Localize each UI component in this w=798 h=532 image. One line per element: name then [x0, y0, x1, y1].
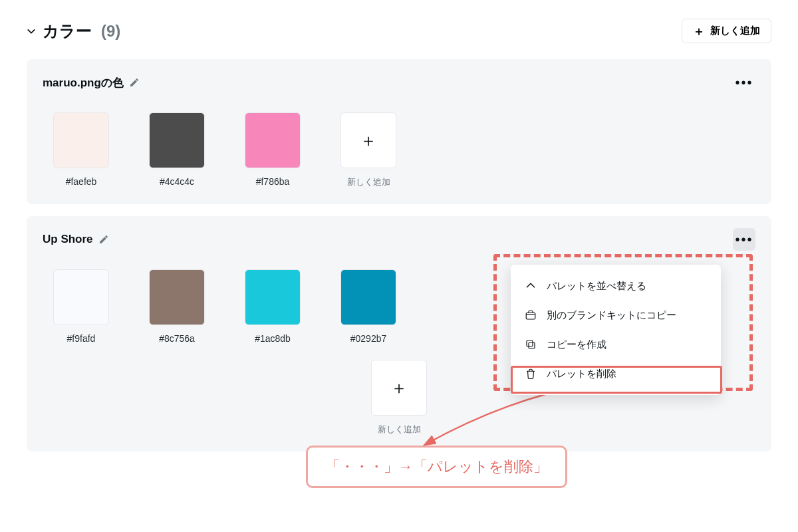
swatch-item: #f786ba	[245, 112, 301, 188]
menu-item-duplicate[interactable]: コピーを作成	[511, 330, 721, 359]
palette-more-button[interactable]: •••	[733, 228, 755, 251]
menu-item-delete[interactable]: パレットを削除	[511, 359, 721, 388]
swatch-item: #0292b7	[340, 269, 396, 344]
pencil-icon[interactable]	[98, 234, 109, 245]
menu-item-label: コピーを作成	[547, 338, 606, 351]
swatch-label: #8c756a	[159, 333, 195, 344]
swatch-label: #f786ba	[256, 176, 290, 187]
swatch-item: #1ac8db	[245, 269, 301, 344]
palette-more-button[interactable]: •••	[733, 71, 755, 94]
color-swatch[interactable]	[53, 269, 109, 325]
dots-icon: •••	[735, 75, 753, 90]
color-swatch[interactable]	[245, 269, 301, 325]
palette-header: maruo.pngの色 •••	[27, 59, 771, 103]
dots-icon: •••	[735, 232, 753, 247]
trash-icon	[524, 367, 537, 380]
add-color-label: 新しく追加	[378, 424, 421, 436]
swatch-label: #f9fafd	[67, 333, 96, 344]
section-title-wrap[interactable]: カラー (9)	[27, 21, 120, 42]
swatch-list: #faefeb #4c4c4c #f786ba ＋ 新しく追加	[27, 103, 771, 204]
copy-icon	[524, 338, 537, 351]
color-swatch[interactable]	[53, 112, 109, 168]
menu-item-label: パレットを並べ替える	[547, 280, 646, 293]
menu-item-label: 別のブランドキットにコピー	[547, 309, 676, 322]
add-color-button[interactable]: ＋	[371, 360, 427, 416]
chevron-down-icon	[27, 27, 36, 36]
color-swatch[interactable]	[149, 112, 205, 168]
menu-item-reorder[interactable]: パレットを並べ替える	[511, 271, 721, 301]
palette-name-wrap: Up Shore	[43, 233, 109, 246]
color-swatch[interactable]	[245, 112, 301, 168]
palette-context-menu: パレットを並べ替える 別のブランドキットにコピー コピーを作成 パレットを削除	[511, 265, 721, 395]
plus-icon: ＋	[390, 376, 408, 400]
brand-kit-icon	[524, 309, 537, 322]
annotation-text: 「・・・」→「パレットを削除」	[306, 446, 567, 488]
menu-item-label: パレットを削除	[547, 368, 616, 380]
palette-name-wrap: maruo.pngの色	[43, 75, 140, 90]
plus-icon: ＋	[693, 25, 705, 37]
svg-rect-1	[529, 342, 535, 348]
section-title: カラー	[43, 21, 92, 42]
swatch-item: #faefeb	[53, 112, 109, 188]
chevron-up-icon	[524, 279, 537, 293]
palette-name: Up Shore	[43, 233, 93, 246]
swatch-label: #0292b7	[350, 333, 387, 344]
palette-name: maruo.pngの色	[43, 75, 124, 90]
swatch-item: #8c756a	[149, 269, 205, 344]
swatch-label: #4c4c4c	[160, 176, 194, 187]
swatch-item: #4c4c4c	[149, 112, 205, 188]
swatch-label: #faefeb	[66, 176, 97, 187]
svg-rect-0	[526, 313, 535, 319]
swatch-item: ＋ 新しく追加	[340, 112, 396, 188]
section-count: (9)	[101, 22, 120, 41]
add-new-label: 新しく追加	[710, 25, 760, 37]
svg-rect-2	[527, 340, 533, 346]
menu-item-copy-to-brand[interactable]: 別のブランドキットにコピー	[511, 301, 721, 330]
section-header: カラー (9) ＋ 新しく追加	[27, 19, 771, 43]
palette-card: maruo.pngの色 ••• #faefeb #4c4c4c #f786ba …	[27, 59, 771, 204]
palette-header: Up Shore •••	[27, 216, 771, 260]
add-new-button[interactable]: ＋ 新しく追加	[682, 19, 771, 43]
swatch-item: #f9fafd	[53, 269, 109, 344]
add-color-label: 新しく追加	[347, 176, 390, 188]
pencil-icon[interactable]	[129, 77, 140, 88]
plus-icon: ＋	[360, 129, 377, 152]
add-color-button[interactable]: ＋	[340, 112, 396, 168]
color-swatch[interactable]	[340, 269, 396, 325]
color-swatch[interactable]	[149, 269, 205, 325]
swatch-label: #1ac8db	[255, 333, 291, 344]
